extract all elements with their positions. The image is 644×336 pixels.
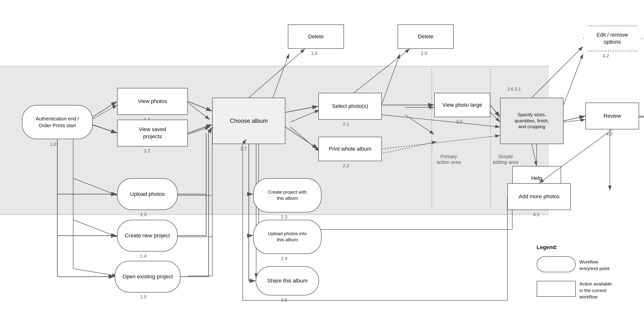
legend-ellipse [537,256,576,272]
svg-line-6 [73,220,117,237]
node-open-existing-label: Open existing project [122,273,173,280]
node-open-existing-number: 1.5 [140,294,146,300]
node-review-number: 4.0 [606,131,612,137]
node-view-photo-large-number: 3.0 [456,119,462,125]
diagram-area: Authentication end /Order Prints start 1… [0,0,644,336]
node-edit-remove-label: Edit / removeoptions [596,32,628,46]
node-delete1: Delete [288,25,344,49]
label-simple-editing: Simpleediting area [493,154,518,165]
node-create-new-label: Create new project [125,232,170,239]
node-choose-album-label: Choose album [230,117,268,125]
svg-line-69 [564,116,586,121]
node-view-saved: View savedprojects [117,120,188,147]
svg-line-8 [73,269,117,276]
node-upload-into-album-label: Upload photos intothis album [268,231,307,243]
svg-line-71 [639,116,644,117]
node-select-photos: Select photo(s) [318,93,382,120]
node-review: Review [586,103,639,129]
node-view-photo-large: View photo large [434,93,490,117]
node-choose-album: Choose album [212,98,286,144]
node-upload-into-album-number: 2.4 [281,256,287,261]
node-specify-sizes-number: 2.6 3.1 [508,87,521,92]
node-upload-photos-number: 1.3 [140,212,146,217]
legend-rect [537,281,576,297]
node-view-photo-large-label: View photo large [442,102,482,109]
legend-ellipse-label: Workflowentry/exit point [579,259,610,272]
node-add-more-photos-number: 4.1 [533,212,539,217]
node-delete1-number: 1.6 [311,51,317,56]
node-delete2: Delete [398,25,454,49]
label-primary-action: Primaryaction area [437,154,461,165]
node-auth-start-label: Authentication end /Order Prints start [34,113,82,131]
node-specify-sizes-label: Specify sizes,quantities, finish,and cro… [514,112,549,130]
node-print-whole-number: 2.2 [343,163,349,168]
node-add-more-photos-label: Add more photos [518,193,560,200]
node-delete1-label: Delete [308,33,324,40]
node-view-photos: View photos [117,88,188,115]
node-create-new-number: 1.4 [140,253,146,259]
node-create-project-album-label: Create project withthis album [268,189,307,201]
node-delete2-label: Delete [418,33,434,40]
node-view-saved-label: View savedprojects [139,126,166,140]
legend-rect-label: Action availablein the currentworkflow [579,281,612,300]
node-share-album-number: 2.5 [281,297,287,303]
node-select-photos-number: 2.1 [343,122,349,127]
node-edit-remove-number: 4.2 [602,53,609,59]
node-upload-photos: Upload photos [117,178,178,210]
node-upload-into-album: Upload photos intothis album [253,220,322,254]
node-view-saved-number: 1.2 [144,148,150,154]
svg-line-28 [564,54,583,105]
node-choose-album-number: 1.7 [240,146,246,151]
node-edit-remove: Edit / removeoptions [583,26,642,51]
node-review-label: Review [604,113,621,120]
node-open-existing: Open existing project [115,261,180,292]
node-add-more-photos: Add more photos [508,183,571,210]
node-auth-start: Authentication end /Order Prints start [22,105,93,139]
node-upload-photos-label: Upload photos [130,191,165,198]
node-create-project-album-number: 2.3 [281,214,287,220]
node-delete2-number: 2.0 [421,51,427,56]
node-create-new: Create new project [117,220,178,251]
node-print-whole: Print whole album [318,137,382,161]
node-specify-sizes: Specify sizes,quantities, finish,and cro… [500,98,564,144]
node-view-photos-label: View photos [138,98,167,105]
legend-title: Legend: [537,244,558,250]
svg-line-29 [564,120,586,122]
node-print-whole-label: Print whole album [329,146,372,153]
node-share-album: Share this album [256,266,319,295]
node-share-album-label: Share this album [267,277,307,284]
node-help-label: Help [531,175,542,182]
node-create-project-album: Create project withthis album [253,178,322,212]
node-auth-start-number: 1.0 [50,142,56,147]
node-select-photos-label: Select photo(s) [332,103,368,110]
